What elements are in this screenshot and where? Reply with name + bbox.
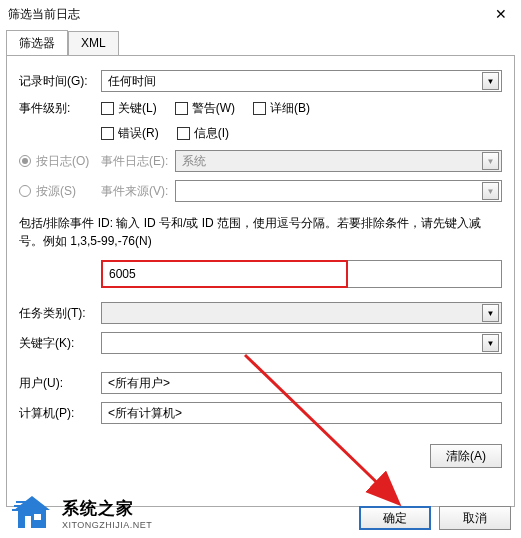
logo: 系统之家 XITONGZHIJIA.NET (10, 494, 152, 532)
user-label: 用户(U): (19, 375, 101, 392)
by-log-radio (19, 155, 31, 167)
critical-checkbox[interactable] (101, 102, 114, 115)
computer-input[interactable]: <所有计算机> (101, 402, 502, 424)
level-checkbox-group: 关键(L) 警告(W) 详细(B) (101, 100, 310, 117)
chevron-down-icon[interactable]: ▼ (482, 72, 499, 90)
tab-xml[interactable]: XML (68, 31, 119, 57)
user-input[interactable]: <所有用户> (101, 372, 502, 394)
help-text: 包括/排除事件 ID: 输入 ID 号和/或 ID 范围，使用逗号分隔。若要排除… (19, 214, 502, 250)
svg-rect-1 (25, 516, 31, 528)
ok-button[interactable]: 确定 (359, 506, 431, 530)
svg-rect-2 (34, 514, 41, 520)
chevron-down-icon[interactable]: ▼ (482, 334, 499, 352)
chevron-down-icon: ▼ (482, 304, 499, 322)
event-level-label: 事件级别: (19, 100, 101, 117)
filter-panel: 记录时间(G): 任何时间 ▼ 事件级别: 关键(L) 警告(W) 详细(B) … (6, 55, 515, 507)
error-label: 错误(R) (118, 125, 159, 142)
by-source-radio (19, 185, 31, 197)
window-title: 筛选当前日志 (8, 6, 80, 23)
event-log-value: 系统 (182, 153, 206, 170)
by-source-label: 按源(S) (36, 184, 76, 198)
event-log-label: 事件日志(E): (101, 153, 175, 170)
house-icon (10, 494, 54, 532)
event-source-dropdown[interactable]: ▼ (175, 180, 502, 202)
task-category-label: 任务类别(T): (19, 305, 101, 322)
svg-marker-0 (14, 496, 50, 528)
computer-label: 计算机(P): (19, 405, 101, 422)
tab-filter[interactable]: 筛选器 (6, 30, 68, 56)
event-id-input[interactable]: 6005 (109, 267, 136, 281)
event-log-dropdown: 系统 ▼ (175, 150, 502, 172)
cancel-button[interactable]: 取消 (439, 506, 511, 530)
event-id-highlight: 6005 (101, 260, 348, 288)
info-checkbox[interactable] (177, 127, 190, 140)
logo-text-zh: 系统之家 (62, 497, 152, 520)
event-id-input-ext[interactable] (348, 260, 502, 288)
keywords-label: 关键字(K): (19, 335, 101, 352)
logged-label: 记录时间(G): (19, 73, 101, 90)
warning-label: 警告(W) (192, 100, 235, 117)
logged-dropdown[interactable]: 任何时间 ▼ (101, 70, 502, 92)
level-checkbox-group2: 错误(R) 信息(I) (101, 125, 229, 142)
by-log-label: 按日志(O) (36, 154, 89, 168)
close-icon[interactable]: ✕ (489, 6, 513, 22)
critical-label: 关键(L) (118, 100, 157, 117)
clear-button[interactable]: 清除(A) (430, 444, 502, 468)
warning-checkbox[interactable] (175, 102, 188, 115)
chevron-down-icon: ▼ (482, 152, 499, 170)
event-source-label: 事件来源(V): (101, 183, 175, 200)
info-label: 信息(I) (194, 125, 229, 142)
verbose-checkbox[interactable] (253, 102, 266, 115)
error-checkbox[interactable] (101, 127, 114, 140)
chevron-down-icon[interactable]: ▼ (482, 182, 499, 200)
logo-text-en: XITONGZHIJIA.NET (62, 520, 152, 530)
verbose-label: 详细(B) (270, 100, 310, 117)
keywords-dropdown[interactable]: ▼ (101, 332, 502, 354)
logged-value: 任何时间 (108, 73, 156, 90)
task-category-dropdown: ▼ (101, 302, 502, 324)
